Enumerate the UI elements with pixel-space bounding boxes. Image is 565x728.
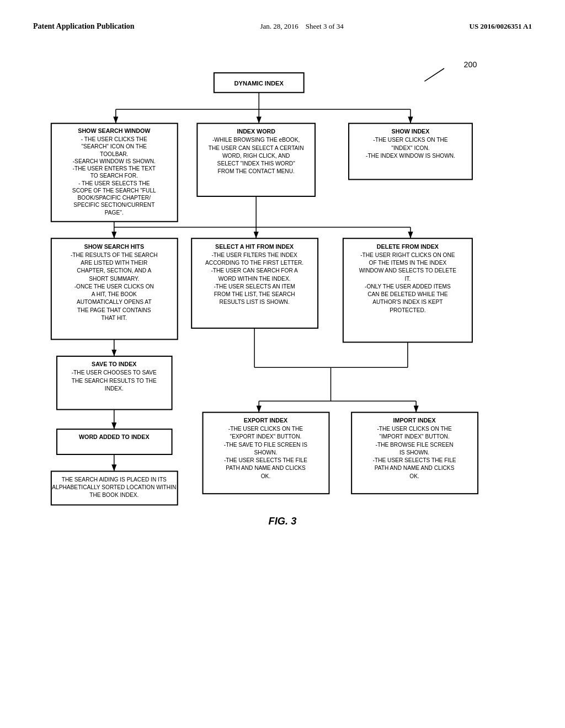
svg-text:TOOLBAR.: TOOLBAR. [100,151,128,157]
diagram-svg: 200 DYNAMIC INDEX SHOW SEARCH WINDOW - T… [0,36,565,682]
svg-text:WORD, RIGH CLICK, AND: WORD, RIGH CLICK, AND [222,153,290,159]
fig-label: FIG. 3 [269,515,297,527]
svg-text:WINDOW AND SELECTS TO DELETE: WINDOW AND SELECTS TO DELETE [359,267,456,274]
svg-text:-THE USER CAN SEARCH FOR A: -THE USER CAN SEARCH FOR A [211,267,298,274]
svg-text:IMPORT INDEX: IMPORT INDEX [393,417,436,424]
svg-text:SPECIFIC SECTION/CURRENT: SPECIFIC SECTION/CURRENT [73,202,154,208]
svg-text:WORD ADDED TO INDEX: WORD ADDED TO INDEX [79,433,150,440]
header-right: US 2016/0026351 A1 [470,22,532,31]
page-header: Patent Application Publication Jan. 28, … [0,0,565,36]
svg-text:-ONCE THE USER CLICKS ON: -ONCE THE USER CLICKS ON [74,283,154,290]
svg-text:SELECT A HIT FROM INDEX: SELECT A HIT FROM INDEX [215,243,294,250]
svg-text:OK.: OK. [409,473,419,479]
svg-text:THE USER CAN SELECT A CERTAIN: THE USER CAN SELECT A CERTAIN [209,145,304,151]
svg-text:SHOW SEARCH WINDOW: SHOW SEARCH WINDOW [78,127,151,134]
svg-text:TO SEARCH FOR.: TO SEARCH FOR. [90,173,138,179]
svg-text:THAT HIT.: THAT HIT. [102,315,127,321]
svg-text:-THE INDEX WINDOW IS SHOWN.: -THE INDEX WINDOW IS SHOWN. [366,153,455,159]
svg-text:-SEARCH WINDOW IS SHOWN.: -SEARCH WINDOW IS SHOWN. [73,158,156,164]
svg-text:ARE LISTED WITH THEIR: ARE LISTED WITH THEIR [81,260,147,266]
diagram-area: 200 DYNAMIC INDEX SHOW SEARCH WINDOW - T… [0,36,565,682]
svg-text:"EXPORT INDEX" BUTTON.: "EXPORT INDEX" BUTTON. [230,433,302,440]
svg-text:"IMPORT INDEX" BUTTON.: "IMPORT INDEX" BUTTON. [379,433,449,440]
svg-text:THE BOOK INDEX.: THE BOOK INDEX. [89,492,138,498]
svg-text:OK.: OK. [261,473,271,479]
header-center: Jan. 28, 2016 Sheet 3 of 34 [260,22,343,31]
svg-text:BOOK/SPACIFIC CHAPTER/: BOOK/SPACIFIC CHAPTER/ [78,195,151,201]
svg-text:INDEX WORD: INDEX WORD [237,128,275,135]
svg-text:AUTOMATICALLY OPENS AT: AUTOMATICALLY OPENS AT [77,299,152,305]
svg-text:RESULTS LIST IS SHOWN.: RESULTS LIST IS SHOWN. [220,299,290,305]
svg-text:PROTECTED.: PROTECTED. [390,307,425,313]
svg-text:-THE USER FILTERS THE INDEX: -THE USER FILTERS THE INDEX [211,252,297,258]
svg-text:- THE USER SELECTS THE: - THE USER SELECTS THE [78,180,150,186]
svg-text:PATH AND NAME AND CLICKS: PATH AND NAME AND CLICKS [226,465,306,471]
svg-text:ACCORDING TO THE FIRST LETTER.: ACCORDING TO THE FIRST LETTER. [205,260,303,266]
header-left: Patent Application Publication [33,22,135,31]
svg-text:"INDEX" ICON.: "INDEX" ICON. [391,145,429,151]
svg-text:-THE USER SELECTS THE FILE: -THE USER SELECTS THE FILE [224,457,307,463]
svg-text:ALPHABETICALLY SORTED LOCATION: ALPHABETICALLY SORTED LOCATION WITHIN [52,484,176,490]
svg-text:-THE USER SELECTS THE FILE: -THE USER SELECTS THE FILE [373,457,456,463]
ref-number: 200 [464,60,477,69]
svg-text:SCOPE OF THE SEARCH "FULL: SCOPE OF THE SEARCH "FULL [72,188,156,194]
svg-text:DELETE FROM INDEX: DELETE FROM INDEX [377,243,439,250]
svg-text:FROM THE LIST, THE SEARCH: FROM THE LIST, THE SEARCH [214,291,295,297]
svg-text:SHOW SEARCH HITS: SHOW SEARCH HITS [84,243,145,250]
svg-text:SHOW INDEX: SHOW INDEX [392,128,430,135]
svg-text:-THE RESULTS OF THE SEARCH: -THE RESULTS OF THE SEARCH [71,252,158,258]
svg-text:-THE USER RIGHT CLICKS ON ONE: -THE USER RIGHT CLICKS ON ONE [360,252,455,258]
svg-text:AUTHOR'S INDEX IS KEPT: AUTHOR'S INDEX IS KEPT [372,299,443,305]
svg-text:-ONLY THE USER ADDED ITEMS: -ONLY THE USER ADDED ITEMS [365,283,451,290]
svg-text:-THE BROWSE FILE SCREEN: -THE BROWSE FILE SCREEN [376,442,454,448]
svg-text:A HIT, THE BOOK: A HIT, THE BOOK [92,291,137,297]
svg-text:SHORT SUMMARY.: SHORT SUMMARY. [89,276,139,282]
svg-text:CHAPTER, SECTION, AND A: CHAPTER, SECTION, AND A [77,267,151,274]
svg-text:THE SEARCH RESULTS TO THE: THE SEARCH RESULTS TO THE [72,378,157,384]
svg-text:-THE USER CLICKS ON THE: -THE USER CLICKS ON THE [377,426,451,432]
svg-text:EXPORT INDEX: EXPORT INDEX [244,417,288,424]
svg-text:SELECT "INDEX THIS WORD": SELECT "INDEX THIS WORD" [217,160,296,167]
svg-text:- THE USER CLICKS THE: - THE USER CLICKS THE [81,136,147,142]
word-added-to-index-box [57,429,172,454]
svg-text:THE PAGE THAT CONTAINS: THE PAGE THAT CONTAINS [77,307,151,313]
svg-text:-WHILE BROWSING THE eBOOK,: -WHILE BROWSING THE eBOOK, [212,137,300,143]
svg-text:-THE USER CLICKS ON THE: -THE USER CLICKS ON THE [228,426,303,432]
svg-text:IT.: IT. [405,276,411,282]
svg-text:CAN BE DELETED WHILE THE: CAN BE DELETED WHILE THE [367,291,448,297]
svg-text:FROM THE CONTACT MENU.: FROM THE CONTACT MENU. [217,168,294,174]
svg-text:-THE USER CLICKS ON THE: -THE USER CLICKS ON THE [373,137,447,143]
svg-text:PAGE".: PAGE". [105,210,124,216]
svg-text:SHOWN.: SHOWN. [254,449,278,456]
svg-text:-THE USER SELECTS AN ITEM: -THE USER SELECTS AN ITEM [214,283,295,290]
svg-text:OF THE ITEMS IN THE INDEX: OF THE ITEMS IN THE INDEX [369,260,447,266]
svg-text:THE SEARCH AIDING IS PLACED IN: THE SEARCH AIDING IS PLACED IN ITS [62,477,167,483]
svg-text:-THE SAVE TO FILE SCREEN IS: -THE SAVE TO FILE SCREEN IS [224,442,307,448]
svg-text:-THE USER ENTERS THE TEXT: -THE USER ENTERS THE TEXT [73,165,156,172]
svg-text:PATH AND NAME AND CLICKS: PATH AND NAME AND CLICKS [375,465,455,471]
svg-text:INDEX.: INDEX. [105,386,124,392]
svg-line-1 [424,68,444,81]
svg-text:-THE USER CHOOSES TO SAVE: -THE USER CHOOSES TO SAVE [72,370,157,376]
svg-text:"SEARCH" ICON ON THE: "SEARCH" ICON ON THE [81,143,147,149]
svg-text:DYNAMIC INDEX: DYNAMIC INDEX [234,80,284,87]
svg-text:SAVE TO INDEX: SAVE TO INDEX [92,361,137,367]
svg-text:WORD WITHIN THE INDEX.: WORD WITHIN THE INDEX. [218,276,291,282]
svg-text:IS SHOWN.: IS SHOWN. [399,449,429,456]
